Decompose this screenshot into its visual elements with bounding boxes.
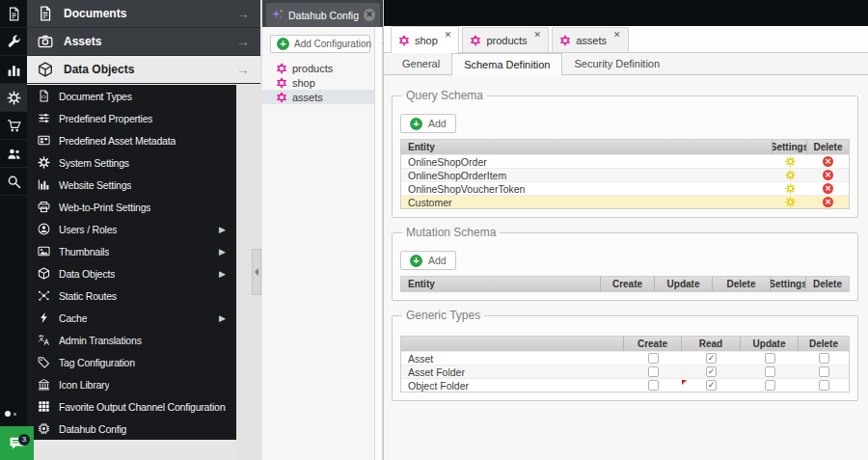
checkbox-create[interactable] <box>648 366 659 377</box>
tree-item-shop[interactable]: shop <box>262 75 383 90</box>
settings-gear-icon[interactable] <box>785 156 796 167</box>
entity-cell: Customer <box>401 197 773 208</box>
chat-button[interactable]: 3 <box>0 426 34 460</box>
checkbox-read[interactable]: ✓ <box>706 380 717 391</box>
query-schema-table-header: EntitySettingsDelete <box>401 140 849 154</box>
settings-gear-icon[interactable] <box>785 183 796 194</box>
delete-icon[interactable]: ✕ <box>823 183 833 194</box>
menu-item-website-settings[interactable]: Website Settings <box>27 174 236 196</box>
editor-tab-products[interactable]: products✕ <box>462 27 549 52</box>
rail-cart-button[interactable] <box>0 112 27 140</box>
pimcore-admin-window: 3 Documents→Assets→Data Objects→ Documen… <box>0 0 868 460</box>
rail-users-button[interactable] <box>0 140 27 168</box>
add-configuration-button[interactable]: + Add Configuration ▼ <box>270 35 370 53</box>
settings-gear-icon[interactable] <box>785 197 796 207</box>
datahub-star-icon <box>398 35 410 46</box>
query-schema-fieldset: Query Schema + Add EntitySettingsDelete … <box>392 89 858 218</box>
subtab-schema-definition[interactable]: Schema Definition <box>451 53 562 75</box>
checkbox-update[interactable] <box>765 353 775 364</box>
menu-item-data-objects[interactable]: Data Objects▶ <box>27 262 236 284</box>
rail-document-button[interactable] <box>0 0 27 28</box>
column-header[interactable]: Create <box>624 337 682 351</box>
close-icon[interactable]: ✕ <box>364 9 375 21</box>
subtab-label: Schema Definition <box>464 59 550 70</box>
column-header[interactable]: Settings <box>771 277 806 291</box>
rail-wrench-button[interactable] <box>0 28 27 56</box>
column-header[interactable]: Update <box>741 337 799 351</box>
checkbox-read[interactable]: ✓ <box>706 366 717 377</box>
menu-item-predefined-properties[interactable]: Predefined Properties <box>27 107 236 129</box>
checkbox-create[interactable] <box>648 380 659 391</box>
menu-item-label: Predefined Asset Metadata <box>59 135 176 147</box>
column-header[interactable]: Delete <box>807 140 849 154</box>
close-icon[interactable]: ✕ <box>445 30 452 40</box>
document-icon <box>7 7 21 21</box>
checkbox-delete[interactable] <box>819 380 829 391</box>
column-header[interactable]: Entity <box>401 277 601 291</box>
checkbox-create[interactable] <box>648 353 659 364</box>
collapse-left-arrow-icon <box>255 268 258 276</box>
generic-types-fieldset: Generic Types CreateReadUpdateDelete Ass… <box>392 309 858 401</box>
mutation-schema-table: EntityCreateUpdateDeleteSettingsDelete <box>400 276 850 292</box>
tab-datahub-config[interactable]: Datahub Config ✕ <box>266 3 380 27</box>
rail-search-button[interactable] <box>0 168 27 196</box>
panel-scrollbar-gutter[interactable] <box>374 27 383 460</box>
column-header[interactable]: Read <box>682 337 741 351</box>
tree-item-assets[interactable]: assets <box>262 90 383 104</box>
delete-icon[interactable]: ✕ <box>823 156 833 167</box>
wrench-icon <box>7 35 21 49</box>
menu-item-tag-configuration[interactable]: Tag Configuration <box>27 351 236 373</box>
type-label-cell: Asset <box>401 353 624 365</box>
rail-bar-chart-button[interactable] <box>0 56 27 84</box>
menu-item-users-roles[interactable]: Users / Roles▶ <box>27 218 236 240</box>
translate-icon <box>38 334 50 346</box>
rail-gear-button[interactable] <box>0 84 27 112</box>
editor-tab-shop[interactable]: shop✕ <box>391 26 459 53</box>
column-header[interactable]: Update <box>655 277 713 291</box>
menu-item-web-to-print-settings[interactable]: Web-to-Print Settings <box>27 196 236 218</box>
menu-item-system-settings[interactable]: System Settings <box>27 151 236 174</box>
checkbox-update[interactable] <box>765 366 775 377</box>
checkbox-delete[interactable] <box>819 366 829 377</box>
menu-item-datahub-config[interactable]: Datahub Config <box>27 418 236 440</box>
mutation-schema-add-button[interactable]: + Add <box>400 251 456 270</box>
column-header[interactable]: Settings <box>773 140 807 154</box>
accordion-item-assets[interactable]: Assets→ <box>27 28 260 56</box>
tree-item-products[interactable]: products <box>262 61 383 75</box>
menu-item-static-routes[interactable]: Static Routes <box>27 284 236 307</box>
subtab-security-definition[interactable]: Security Definition <box>562 53 671 74</box>
checkbox-delete[interactable] <box>819 353 829 364</box>
settings-gear-icon[interactable] <box>785 170 796 180</box>
column-header[interactable]: Delete <box>713 277 771 291</box>
sliders-icon <box>38 112 50 124</box>
menu-item-cache[interactable]: Cache▶ <box>27 307 236 329</box>
menu-item-icon-library[interactable]: Icon Library <box>27 373 236 395</box>
column-header[interactable]: Create <box>601 277 655 291</box>
accordion-item-data-objects[interactable]: Data Objects→ <box>27 56 260 84</box>
menu-item-thumbnails[interactable]: Thumbnails▶ <box>27 240 236 262</box>
accordion-item-documents[interactable]: Documents→ <box>27 0 260 28</box>
delete-icon[interactable]: ✕ <box>823 197 833 207</box>
editor-tab-assets[interactable]: assets✕ <box>552 27 628 52</box>
datahub-star-icon <box>470 35 481 46</box>
menu-item-predefined-asset-metadata[interactable]: Predefined Asset Metadata <box>27 129 236 151</box>
menu-item-admin-translations[interactable]: Admin Translations <box>27 329 236 351</box>
menu-item-favorite-output-channel-configurations[interactable]: Favorite Output Channel Configurations <box>27 395 236 418</box>
delete-icon[interactable]: ✕ <box>823 170 833 180</box>
menu-item-document-types[interactable]: Document Types <box>27 85 236 107</box>
subtab-general[interactable]: General <box>391 53 451 74</box>
configuration-tree: productsshopassets <box>262 61 383 104</box>
column-header[interactable]: Delete <box>799 337 849 351</box>
query-schema-add-button[interactable]: + Add <box>400 114 456 133</box>
column-header[interactable] <box>401 337 624 351</box>
type-label-cell: Object Folder <box>401 380 624 392</box>
panel-collapse-handle[interactable] <box>252 249 261 295</box>
column-header[interactable]: Entity <box>401 140 773 154</box>
checkbox-read[interactable]: ✓ <box>706 353 717 364</box>
close-icon[interactable]: ✕ <box>613 30 621 40</box>
checkbox-update[interactable] <box>765 380 775 391</box>
column-header[interactable]: Delete <box>806 277 849 291</box>
close-icon[interactable]: ✕ <box>534 30 542 40</box>
submenu-arrow-icon: ▶ <box>219 225 226 234</box>
subtab-label: General <box>402 58 440 69</box>
